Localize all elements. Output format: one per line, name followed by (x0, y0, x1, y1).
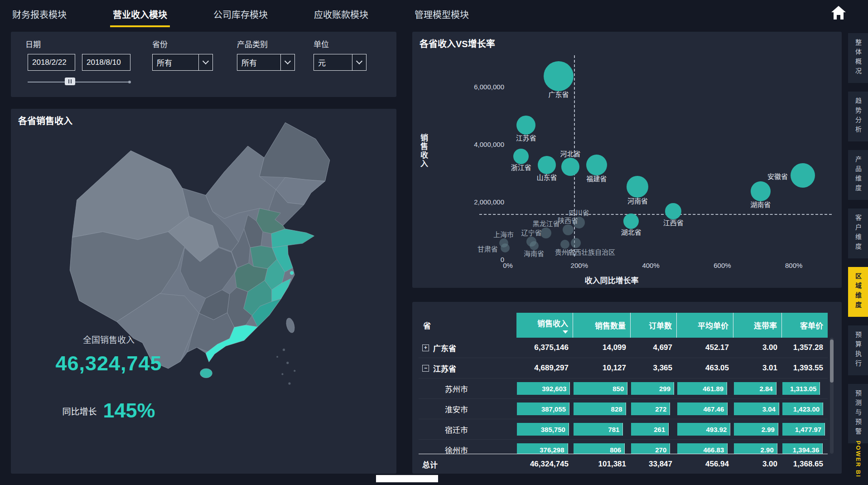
date-end-input[interactable]: 2018/8/10 (82, 54, 130, 71)
scatter-plot-area: 02,000,0004,000,0006,000,0000%200%400%60… (412, 32, 842, 288)
table-body: +广东省6,375,14614,0994,697452.173.001,357.… (419, 338, 828, 454)
cell-data-bar: 493.92 (677, 423, 730, 436)
scatter-point[interactable] (751, 181, 771, 201)
province-taiwan (285, 317, 296, 334)
cell-data-bar: 2.99 (734, 423, 778, 436)
x-tick: 200% (564, 262, 595, 269)
scatter-point[interactable] (544, 61, 574, 91)
unit-dropdown[interactable]: 元 (313, 54, 366, 71)
cell-data-bar: 781 (574, 423, 623, 436)
cell-data-bar: 2.84 (734, 382, 776, 395)
national-sales-value: 46,324,745 (38, 352, 179, 375)
yoy-growth-value: 145% (103, 399, 155, 422)
table-row[interactable]: 淮安市387,055828272467.463.041,423.00 (419, 399, 828, 419)
y-tick: 2,000,000 (436, 198, 504, 206)
sidebar-tab-1[interactable]: 趋势分析 (848, 92, 868, 141)
top-nav: 财务报表模块营业收入模块公司库存模块应收账款模块管理模型模块 (0, 0, 847, 26)
scatter-point-label: 广东省 (527, 89, 590, 99)
table-row[interactable]: 宿迁市385,750781261493.922.991,477.97 (419, 419, 828, 440)
scatter-point[interactable] (586, 155, 607, 175)
table-header-1[interactable]: 销售收入 (516, 313, 573, 338)
date-start-input[interactable]: 2018/2/22 (28, 54, 75, 71)
cell-data-bar: 466.83 (677, 443, 728, 454)
category-dropdown[interactable]: 所有 (237, 54, 295, 71)
date-slider-end-dot (128, 81, 131, 83)
table-header-6[interactable]: 客单价 (782, 313, 828, 338)
nav-tab-2[interactable]: 公司库存模块 (211, 0, 270, 25)
scatter-point-label: 黑龙江省 (514, 218, 578, 228)
sidebar-tab-2[interactable]: 产品维度 (848, 150, 868, 200)
scatter-point[interactable] (516, 116, 535, 135)
table-row[interactable]: 苏州市392,603850299461.892.841,313.05 (419, 378, 828, 399)
scatter-point[interactable] (538, 156, 556, 174)
date-slider-handle[interactable] (65, 78, 75, 85)
scatter-point-label: 江西省 (641, 218, 705, 227)
table-row[interactable]: +广东省6,375,14614,0994,697452.173.001,357.… (419, 338, 828, 358)
nav-tab-3[interactable]: 应收账款模块 (311, 0, 371, 25)
scatter-point[interactable] (561, 158, 579, 176)
table-header-4[interactable]: 平均单价 (677, 313, 733, 338)
cell-data-bar: 828 (574, 403, 626, 415)
province-table-panel: 省销售收入销售数量订单数平均单价连带率客单价 +广东省6,375,14614,0… (412, 302, 842, 474)
sidebar-tab-0[interactable]: 整体概况 (848, 33, 868, 83)
home-icon[interactable] (830, 5, 847, 20)
right-sidebar: 整体概况趋势分析产品维度客户维度区域维度预算执行预测与预警 POWER BI (848, 0, 868, 485)
province-dropdown[interactable]: 所有 (152, 54, 213, 71)
date-slider-track[interactable] (28, 82, 129, 82)
table-row[interactable]: 徐州市376,298806270466.832.901,394.36 (419, 440, 828, 454)
filter-panel: 日期 省份 产品类别 单位 2018/2/22 2018/8/10 所有 所有 … (11, 32, 396, 97)
scatter-point-label: 安徽省 (732, 171, 788, 181)
province-shandong (271, 229, 314, 247)
table-header-3[interactable]: 订单数 (631, 313, 677, 338)
scatter-point-label: 湖南省 (729, 199, 792, 209)
province-hainan (200, 369, 212, 378)
expand-icon[interactable]: + (422, 344, 429, 351)
table-row[interactable]: −江苏省4,689,29710,1273,365463.053.011,393.… (419, 358, 828, 378)
sidebar-tab-6[interactable]: 预测与预警 (848, 384, 868, 443)
south-china-sea-islands (276, 349, 295, 385)
cell-data-bar: 392,603 (517, 382, 570, 395)
cell-data-bar: 270 (631, 443, 670, 454)
cell-data-bar: 806 (574, 443, 625, 454)
scatter-point[interactable] (513, 149, 529, 164)
nav-tab-0[interactable]: 财务报表模块 (10, 0, 69, 25)
national-sales-label: 全国销售收入 (38, 333, 179, 345)
category-filter-label: 产品类别 (237, 38, 268, 49)
chevron-down-icon (352, 54, 366, 70)
scatter-point[interactable] (571, 238, 581, 248)
table-total-row: 总计46,324,745101,38133,847456.943.001,368… (419, 454, 828, 474)
unit-dropdown-value: 元 (318, 57, 326, 68)
sidebar-tab-3[interactable]: 客户维度 (848, 209, 868, 258)
scatter-point[interactable] (501, 243, 510, 252)
scatter-point-label: 上海市 (472, 229, 535, 239)
cell-data-bar: 299 (631, 382, 674, 395)
scatter-point[interactable] (627, 176, 648, 198)
table-header-0[interactable]: 省 (419, 313, 516, 338)
table-header-5[interactable]: 连带率 (733, 313, 782, 338)
cell-data-bar: 387,055 (517, 403, 569, 415)
scatter-point[interactable] (623, 213, 639, 229)
table-scrollbar[interactable] (830, 338, 834, 454)
x-tick: 600% (706, 262, 738, 269)
table-header-2[interactable]: 销售数量 (573, 313, 631, 338)
cell-data-bar: 272 (631, 403, 670, 415)
nav-tab-1[interactable]: 营业收入模块 (110, 0, 170, 27)
scatter-point[interactable] (791, 163, 815, 188)
sidebar-tab-5[interactable]: 预算执行 (848, 325, 868, 375)
sidebar-tab-4[interactable]: 区域维度 (848, 267, 868, 317)
cell-data-bar: 261 (631, 423, 669, 436)
cell-data-bar: 467.46 (677, 403, 728, 415)
y-tick: 6,000,000 (436, 83, 504, 91)
scatter-point[interactable] (665, 203, 681, 219)
scatter-point-label: 河南省 (606, 196, 669, 205)
horizontal-scrollbar-thumb[interactable] (376, 475, 438, 482)
powerbi-brand: POWER BI (848, 441, 868, 478)
cell-data-bar: 2.90 (734, 443, 777, 454)
cell-data-bar: 376,298 (517, 443, 568, 454)
date-filter-label: 日期 (25, 38, 41, 49)
unit-filter-label: 单位 (313, 38, 329, 49)
nav-tab-4[interactable]: 管理模型模块 (412, 0, 472, 25)
scatter-point-label: 江苏省 (494, 133, 558, 142)
category-dropdown-value: 所有 (241, 57, 257, 68)
collapse-icon[interactable]: − (422, 365, 429, 372)
